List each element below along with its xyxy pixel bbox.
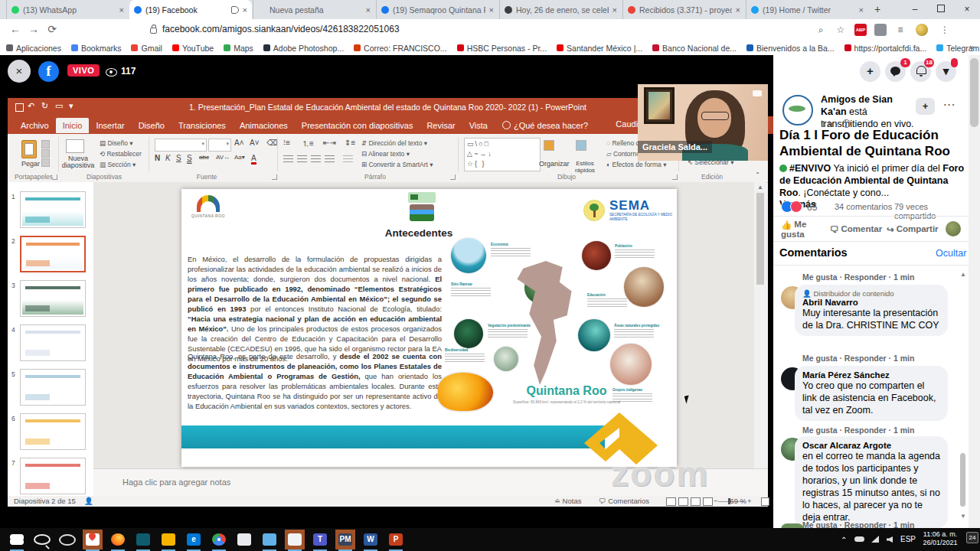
columns-icon[interactable] <box>343 155 353 163</box>
cut-icon[interactable] <box>41 140 50 148</box>
scrollbar-thumb[interactable] <box>756 193 764 285</box>
browser-tab[interactable]: (19) Semaqroo Quintana Roo | Fa × <box>376 0 498 19</box>
notification-center-icon[interactable]: 24 <box>966 532 978 543</box>
comment-bubble[interactable]: María Pérez Sánchez Yo creo que no compa… <box>795 366 948 421</box>
slide-thumbnail[interactable] <box>20 458 86 494</box>
bookmark-item[interactable]: Bookmarks <box>71 44 122 53</box>
slide-scrollbar[interactable]: ▲ ▼ ▲ ▼ <box>754 182 766 496</box>
reaction-count[interactable]: 65 <box>807 202 817 213</box>
grow-font-icon[interactable]: A˄ <box>234 139 244 147</box>
bookmark-item[interactable]: Adobe Photoshop... <box>263 44 344 53</box>
bold-icon[interactable]: N <box>155 154 160 162</box>
reading-view-icon[interactable] <box>691 497 701 506</box>
new-slide-button[interactable]: Nueva diapositiva <box>61 155 95 169</box>
shape-effects-button[interactable]: ◐ Efectos de forma ▾ <box>606 161 666 168</box>
browser-tab[interactable]: Nueva pestaña × <box>253 0 375 19</box>
network-icon[interactable] <box>871 536 879 543</box>
normal-view-icon[interactable] <box>666 497 676 506</box>
extension-icon[interactable] <box>874 24 887 36</box>
paragraph-dialog-launcher[interactable] <box>450 174 456 180</box>
window-maximize-button[interactable] <box>928 0 954 19</box>
create-post-button[interactable]: + <box>860 61 880 82</box>
comments-toggle[interactable]: 🗩 Comentarios <box>599 497 649 505</box>
ppt-ribbon-tab[interactable]: Transiciones <box>172 118 233 133</box>
accessibility-icon[interactable]: 👤 <box>84 497 93 505</box>
paste-icon[interactable] <box>21 140 37 158</box>
browser-tab[interactable]: Hoy, 26 de enero, se celebra el D × <box>499 0 622 19</box>
justify-icon[interactable] <box>325 155 335 163</box>
notes-toggle[interactable]: ≐ Notas <box>554 497 581 505</box>
align-text-button[interactable]: ⊟ Alinear texto ▾ <box>361 150 410 158</box>
align-left-icon[interactable] <box>283 155 293 163</box>
presenter-webcam[interactable]: Graciela Salda... <box>638 84 768 161</box>
maps-icon[interactable] <box>83 530 103 549</box>
font-color-icon[interactable]: A <box>251 154 256 165</box>
layout-button[interactable]: ▤ Diseño ▾ <box>100 139 133 147</box>
zoom-page-icon[interactable]: ⌕ <box>815 24 827 36</box>
section-button[interactable]: ▥ Sección ▾ <box>100 161 136 168</box>
page-avatar[interactable] <box>782 95 813 126</box>
post-title[interactable]: Día 1 I Foro de Educación Ambiental de Q… <box>779 127 963 159</box>
commenter-avatar[interactable] <box>946 221 961 236</box>
indent-icons[interactable]: ⇤⇥ <box>323 139 336 147</box>
slide-sorter-view-icon[interactable] <box>678 497 688 506</box>
commenter-name[interactable]: Abril Navarro <box>802 298 940 307</box>
ppt-ribbon-tab[interactable]: Archivo <box>14 118 56 133</box>
slide-thumbnail[interactable] <box>20 280 86 317</box>
clear-format-icon[interactable]: ⌫ <box>266 139 277 147</box>
new-slide-icon[interactable] <box>66 139 84 153</box>
slide-thumbnail[interactable] <box>20 324 86 361</box>
bookmarks-overflow-icon[interactable]: » <box>969 42 974 51</box>
new-tab-button[interactable]: + <box>871 4 884 16</box>
bookmark-item[interactable]: YouTube <box>172 44 214 53</box>
slideshow-view-icon[interactable] <box>703 497 713 506</box>
mail-app-icon[interactable] <box>133 530 153 549</box>
quick-styles-icon[interactable] <box>576 140 586 151</box>
collapse-ribbon-icon[interactable]: ⌃ <box>755 171 760 178</box>
window-close-button[interactable]: × <box>954 0 980 19</box>
comment-bubble[interactable]: 👤 Distribuidor de contenido Abril Navarr… <box>795 285 948 336</box>
comment-meta[interactable]: Me gusta · Responder · 1 min <box>802 520 914 528</box>
tell-me-box[interactable]: ¿Qué desea hacer? <box>495 121 588 130</box>
bookmark-item[interactable]: Maps <box>224 44 253 53</box>
store-icon[interactable] <box>234 530 254 549</box>
align-center-icon[interactable] <box>297 155 307 163</box>
adblock-extension-icon[interactable]: ABP <box>854 24 867 36</box>
profile-avatar[interactable] <box>916 24 928 36</box>
like-button[interactable]: 👍Me gusta <box>781 220 807 239</box>
tab-close-icon[interactable]: × <box>859 5 864 15</box>
zoom-in-icon[interactable]: + <box>747 497 752 505</box>
notes-placeholder[interactable]: Haga clic para agregar notas <box>122 478 230 487</box>
volume-icon[interactable] <box>887 536 893 543</box>
slide-thumbnail[interactable] <box>20 236 86 272</box>
comment-button[interactable]: 🗨Comentar <box>830 224 882 234</box>
bookmark-item[interactable]: Correo: FRANCISCO... <box>354 44 447 53</box>
page-scrollbar-thumb[interactable] <box>970 58 978 127</box>
commenter-name[interactable]: María Pérez Sánchez <box>802 370 940 380</box>
arrange-icon[interactable] <box>544 140 554 151</box>
browser-tab[interactable]: Recibidos (3.371) - proyectoalfa1 × <box>622 0 745 19</box>
comment-meta[interactable]: Me gusta · Responder · 1 min <box>802 425 914 435</box>
font-size-select[interactable] <box>208 139 231 152</box>
comments-count[interactable]: 34 comentarios <box>835 202 892 211</box>
bookmark-item[interactable]: Bienvenidos a la Ba... <box>746 44 835 53</box>
drawing-dialog-launcher[interactable] <box>672 174 678 180</box>
quick-styles-button[interactable]: Estilos rápidos <box>570 160 600 174</box>
smartart-button[interactable]: ⊞ Convertir a SmartArt ▾ <box>361 161 433 168</box>
bookmark-item[interactable]: HSBC Personas - Pr... <box>457 44 547 53</box>
ppt-ribbon-tab[interactable]: Vista <box>462 118 495 133</box>
slide-thumbnail[interactable] <box>20 413 86 450</box>
bookmark-item[interactable]: Aplicaciones <box>6 44 61 53</box>
browser-tab[interactable]: (13) WhatsApp × <box>6 0 129 19</box>
ppt-ribbon-tab[interactable]: Inicio <box>56 118 90 133</box>
scroll-up-icon[interactable]: ▲ <box>754 184 766 191</box>
shrink-font-icon[interactable]: A˅ <box>250 139 260 147</box>
onedrive-icon[interactable] <box>854 536 864 542</box>
comments-scrollbar-thumb[interactable] <box>960 453 965 507</box>
align-right-icon[interactable] <box>311 155 321 163</box>
tab-close-icon[interactable]: × <box>243 5 247 15</box>
change-case-icon[interactable]: Aa▾ <box>234 154 245 161</box>
text-direction-button[interactable]: ⇵ Dirección del texto ▾ <box>361 139 427 147</box>
notes-app-icon[interactable] <box>285 530 305 549</box>
love-reaction-icon[interactable] <box>790 201 802 213</box>
